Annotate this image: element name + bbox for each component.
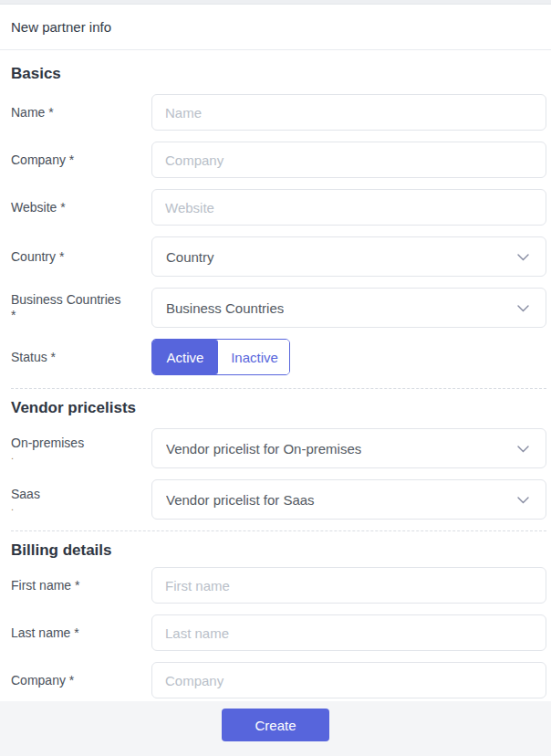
- section-vendor-pricelists: Vendor pricelists On-premises . Vendor p…: [11, 388, 546, 520]
- onpremises-label: On-premises .: [11, 436, 151, 461]
- saas-label: Saas .: [11, 487, 151, 512]
- saas-pricelist-value: Vendor pricelist for Saas: [166, 492, 315, 508]
- billing-company-label: Company *: [11, 673, 151, 688]
- form-row-last-name: Last name *: [11, 614, 546, 651]
- section-title-vendor-pricelists: Vendor pricelists: [11, 399, 546, 417]
- form-row-company: Company *: [11, 142, 546, 178]
- section-basics: Basics Name * Company * Website * Countr…: [11, 65, 546, 375]
- status-label: Status *: [11, 350, 151, 365]
- website-field[interactable]: [151, 189, 546, 226]
- form-body: Basics Name * Company * Website * Countr…: [0, 65, 551, 698]
- section-title-basics: Basics: [11, 65, 546, 83]
- last-name-label: Last name *: [11, 625, 151, 641]
- status-inactive-button[interactable]: Inactive: [220, 340, 289, 374]
- business-countries-select-value: Business Countries: [166, 300, 284, 316]
- chevron-down-icon: [517, 305, 529, 312]
- status-toggle: Active Inactive: [151, 339, 290, 375]
- form-row-billing-company: Company *: [11, 662, 546, 698]
- onpremises-pricelist-value: Vendor pricelist for On-premises: [166, 441, 361, 457]
- first-name-label: First name *: [11, 578, 151, 593]
- saas-pricelist-select[interactable]: Vendor pricelist for Saas: [151, 479, 546, 520]
- status-active-button[interactable]: Active: [152, 340, 218, 374]
- form-row-onpremises: On-premises . Vendor pricelist for On-pr…: [11, 428, 546, 468]
- company-field[interactable]: [151, 142, 546, 178]
- business-countries-label-text: Business Countries: [11, 292, 121, 307]
- required-asterisk: *: [11, 308, 144, 323]
- last-name-field[interactable]: [151, 614, 546, 651]
- form-row-business-countries: Business Countries * Business Countries: [11, 288, 546, 328]
- dialog-header: New partner info: [0, 5, 551, 50]
- form-row-status: Status * Active Inactive: [11, 339, 546, 375]
- first-name-field[interactable]: [151, 567, 546, 604]
- create-button[interactable]: Create: [222, 709, 329, 741]
- chevron-down-icon: [517, 497, 529, 504]
- onpremises-label-text: On-premises: [11, 436, 84, 450]
- country-select[interactable]: Country: [151, 236, 546, 277]
- dialog-footer: Create: [0, 701, 551, 756]
- form-row-website: Website *: [11, 189, 546, 226]
- form-row-first-name: First name *: [11, 567, 546, 604]
- country-select-value: Country: [166, 249, 214, 265]
- onpremises-pricelist-select[interactable]: Vendor pricelist for On-premises: [151, 428, 546, 468]
- chevron-down-icon: [517, 254, 529, 261]
- country-label: Country *: [11, 249, 151, 265]
- form-row-country: Country * Country: [11, 236, 546, 277]
- form-row-name: Name *: [11, 94, 546, 131]
- business-countries-label: Business Countries *: [11, 292, 151, 323]
- chevron-down-icon: [517, 446, 529, 453]
- onpremises-sub-mark: .: [11, 451, 144, 461]
- dialog-title: New partner info: [11, 19, 111, 35]
- billing-company-field[interactable]: [151, 662, 546, 698]
- name-field[interactable]: [151, 94, 546, 131]
- section-billing-details: Billing details First name * Last name *…: [11, 530, 546, 698]
- saas-label-text: Saas: [11, 487, 40, 501]
- website-label: Website *: [11, 200, 151, 215]
- company-label: Company *: [11, 152, 151, 168]
- name-label: Name *: [11, 105, 151, 121]
- form-row-saas: Saas . Vendor pricelist for Saas: [11, 479, 546, 520]
- business-countries-select[interactable]: Business Countries: [151, 288, 546, 328]
- saas-sub-mark: .: [11, 502, 144, 512]
- section-title-billing-details: Billing details: [11, 541, 546, 560]
